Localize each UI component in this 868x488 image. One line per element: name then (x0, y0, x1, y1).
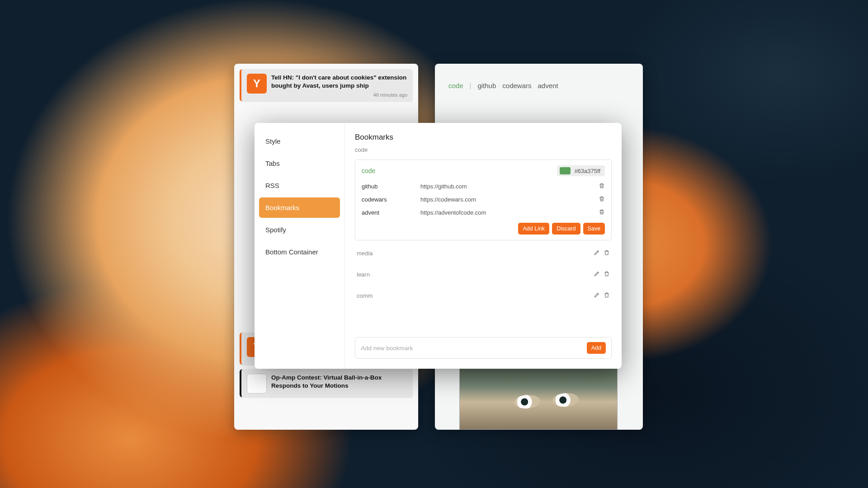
bookmark-group-row: learn (355, 266, 612, 283)
trash-icon[interactable] (604, 292, 610, 300)
edit-icon[interactable] (594, 249, 600, 257)
page-subtitle: code (355, 146, 612, 153)
edit-icon[interactable] (594, 271, 600, 278)
hackaday-icon (247, 374, 267, 394)
sidebar-item-bookmarks[interactable]: Bookmarks (259, 197, 340, 218)
group-label: comm (357, 292, 373, 299)
link-name[interactable]: advent (362, 209, 420, 216)
group-color-field[interactable]: #63a375ff (557, 165, 605, 176)
link-row: advent https://adventofcode.com (362, 206, 605, 219)
settings-modal: Style Tabs RSS Bookmarks Spotify Bottom … (255, 123, 622, 369)
link-row: github https://github.com (362, 180, 605, 193)
bookmark-link[interactable]: advent (538, 82, 558, 89)
bookmark-group-editor: code #63a375ff github https://github.com… (355, 160, 612, 240)
add-bookmark-row: Add new bookmark Add (355, 337, 612, 359)
trash-icon[interactable] (599, 209, 605, 216)
feed-title: Tell HN: "I don't care about cookies" ex… (271, 74, 407, 89)
separator: | (470, 82, 472, 89)
discard-button[interactable]: Discard (552, 223, 580, 235)
color-hex: #63a375ff (574, 168, 600, 174)
trash-icon[interactable] (604, 249, 610, 257)
bookmark-link[interactable]: github (477, 82, 496, 89)
settings-sidebar: Style Tabs RSS Bookmarks Spotify Bottom … (255, 123, 345, 369)
hn-icon: Y (247, 74, 267, 94)
sidebar-item-tabs[interactable]: Tabs (259, 153, 340, 174)
bookmark-group-active[interactable]: code (448, 82, 463, 89)
edit-icon[interactable] (594, 292, 600, 300)
link-row: codewars https://codewars.com (362, 193, 605, 206)
link-name[interactable]: codewars (362, 196, 420, 203)
feed-item[interactable]: Op-Amp Contest: Virtual Ball-in-a-Box Re… (240, 369, 413, 397)
sidebar-item-style[interactable]: Style (259, 131, 340, 151)
add-link-button[interactable]: Add Link (518, 223, 549, 235)
sidebar-item-rss[interactable]: RSS (259, 175, 340, 196)
bookmark-group-row: media (355, 245, 612, 262)
preview-image (459, 368, 618, 430)
feed-timestamp: 48 minutes ago (373, 92, 407, 98)
group-name-field[interactable]: code (362, 167, 375, 174)
link-url[interactable]: https://github.com (420, 183, 594, 190)
settings-content: Bookmarks code code #63a375ff github htt… (345, 123, 622, 369)
link-url[interactable]: https://adventofcode.com (420, 209, 594, 216)
feed-item[interactable]: Y Tell HN: "I don't care about cookies" … (240, 69, 413, 101)
sidebar-item-bottom-container[interactable]: Bottom Container (259, 242, 340, 262)
color-swatch-icon (560, 167, 571, 174)
trash-icon[interactable] (599, 183, 605, 190)
feed-title: Op-Amp Contest: Virtual Ball-in-a-Box Re… (271, 374, 407, 389)
bookmark-link[interactable]: codewars (502, 82, 531, 89)
bookmark-group-row: comm (355, 287, 612, 304)
sidebar-item-spotify[interactable]: Spotify (259, 220, 340, 240)
link-name[interactable]: github (362, 183, 420, 190)
save-button[interactable]: Save (583, 223, 605, 235)
add-button[interactable]: Add (587, 342, 606, 354)
group-label: learn (357, 271, 370, 278)
add-bookmark-input[interactable]: Add new bookmark (361, 345, 413, 352)
page-title: Bookmarks (355, 133, 612, 142)
link-url[interactable]: https://codewars.com (420, 196, 594, 203)
group-label: media (357, 250, 373, 257)
trash-icon[interactable] (599, 196, 605, 203)
trash-icon[interactable] (604, 271, 610, 278)
bookmark-group-nav: code | github codewars advent (448, 82, 629, 89)
